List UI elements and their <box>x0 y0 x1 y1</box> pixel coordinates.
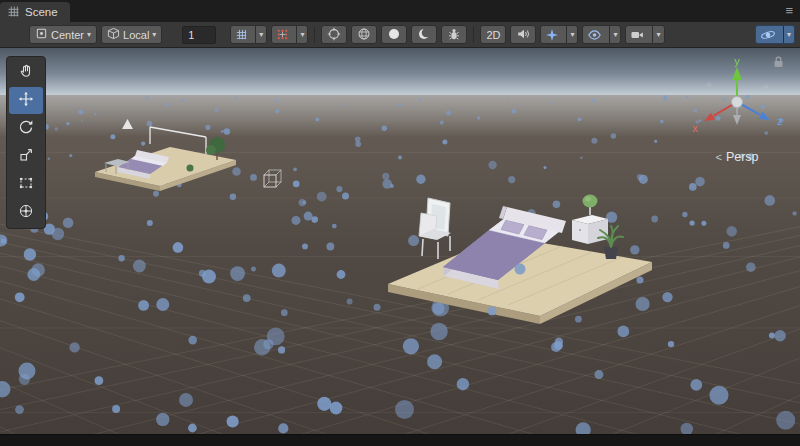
snap-increment-field[interactable] <box>182 26 216 44</box>
tool-move[interactable] <box>9 87 43 114</box>
projection-toggle[interactable]: < Persp <box>682 150 792 164</box>
chevron-down-icon: ▾ <box>300 31 304 39</box>
scene-window: Scene ≡ Center ▾ Local ▾ ▾ <box>0 0 800 446</box>
move-icon <box>18 91 34 111</box>
chevron-down-icon: ▾ <box>152 31 156 39</box>
grid-tab-icon <box>7 5 20 20</box>
scene-tab-label: Scene <box>25 6 58 18</box>
audio-toggle-button[interactable] <box>510 25 536 44</box>
snap-settings-button[interactable]: ▾ <box>271 25 308 44</box>
camera-icon <box>626 26 649 43</box>
orientation-mode-label: Local <box>123 29 149 41</box>
orbit-icon <box>756 26 780 43</box>
grid-visibility-button[interactable]: ▾ <box>230 25 267 44</box>
scene-toolbar: Center ▾ Local ▾ ▾ ▾ <box>0 22 800 48</box>
x-axis-handle[interactable]: x <box>692 102 737 134</box>
scene-canvas[interactable] <box>0 48 800 434</box>
snap-grid-icon <box>272 26 293 43</box>
z-axis-handle[interactable]: z <box>737 102 783 127</box>
bug-icon <box>447 27 461 43</box>
orbit-gizmo-button[interactable]: ▾ <box>755 25 795 44</box>
chevron-down-icon: ▾ <box>259 31 263 39</box>
orientation-gizmo: y x z <box>682 54 792 164</box>
eye-icon <box>583 26 606 43</box>
lock-icon[interactable] <box>773 56 784 68</box>
mode-2d-label: 2D <box>486 29 500 41</box>
chevron-down-icon: ▾ <box>656 31 660 39</box>
local-cube-icon <box>107 27 120 42</box>
tab-options-icon[interactable]: ≡ <box>785 2 793 20</box>
shaded-sphere-icon <box>357 27 371 43</box>
chevron-down-icon: ▾ <box>613 31 617 39</box>
tool-column <box>6 56 46 229</box>
y-axis-handle[interactable]: y <box>732 55 742 102</box>
tool-rotate[interactable] <box>9 115 43 142</box>
gizmo-center-handle[interactable] <box>732 97 743 108</box>
chevron-down-icon: ▾ <box>570 31 574 39</box>
scene-visibility-button[interactable]: ▾ <box>582 25 621 44</box>
tab-bar: Scene ≡ <box>0 0 800 22</box>
rect-tool-icon <box>18 175 34 195</box>
scene-tab[interactable]: Scene <box>0 2 70 22</box>
grid-icon <box>231 26 252 43</box>
scene-viewport[interactable]: y x z <box>0 48 800 434</box>
bottom-bar <box>0 434 800 446</box>
svg-text:z: z <box>777 115 783 127</box>
tool-scale[interactable] <box>9 143 43 170</box>
svg-text:y: y <box>734 55 740 67</box>
hand-icon <box>18 63 34 83</box>
chevron-down-icon: ▾ <box>87 31 91 39</box>
transform-icon <box>18 203 34 223</box>
orientation-mode-button[interactable]: Local ▾ <box>101 25 162 44</box>
debug-bug-button[interactable] <box>441 25 467 44</box>
pivot-mode-button[interactable]: Center ▾ <box>29 25 97 44</box>
rotate-icon <box>18 119 34 139</box>
sky <box>0 48 800 95</box>
mode-2d-button[interactable]: 2D <box>480 25 506 44</box>
scale-icon <box>18 147 34 167</box>
scene-camera-settings-button[interactable] <box>321 25 347 44</box>
chevron-down-icon: ▾ <box>787 31 791 39</box>
speaker-icon <box>516 27 530 43</box>
tool-rect[interactable] <box>9 171 43 198</box>
effects-button[interactable]: ▾ <box>540 25 578 44</box>
svg-text:x: x <box>692 122 698 134</box>
crescent-moon-icon <box>417 27 431 43</box>
crosshair-circle-icon <box>327 27 341 43</box>
shading-mode-button[interactable] <box>351 25 377 44</box>
projection-label: Persp <box>726 150 759 164</box>
scene-lighting-button[interactable] <box>411 25 437 44</box>
white-circle-icon <box>387 27 401 43</box>
tool-transform[interactable] <box>9 199 43 226</box>
pivot-center-icon <box>35 27 48 42</box>
tool-hand[interactable] <box>9 59 43 86</box>
camera-settings-button[interactable]: ▾ <box>625 25 664 44</box>
pivot-mode-label: Center <box>51 29 84 41</box>
projection-prefix: < <box>715 151 721 163</box>
effects-star-icon <box>541 26 563 43</box>
render-doc-button[interactable] <box>381 25 407 44</box>
